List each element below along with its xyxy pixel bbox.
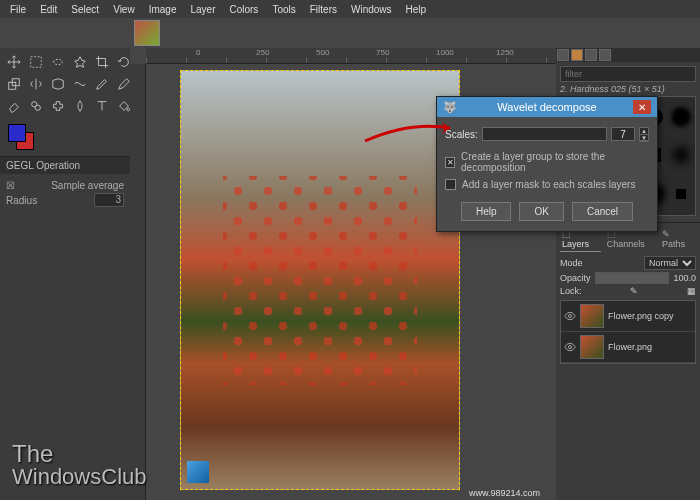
layer-name[interactable]: Flower.png copy — [608, 311, 674, 321]
mode-select[interactable]: Normal — [644, 256, 696, 270]
ruler-mark: 500 — [316, 48, 329, 57]
layer-list: Flower.png copy Flower.png — [560, 300, 696, 364]
layer-group-label: Create a layer group to store the decomp… — [461, 151, 649, 173]
menu-tools[interactable]: Tools — [266, 2, 301, 17]
crop-tool-icon[interactable] — [92, 52, 112, 72]
layer-thumbnail — [580, 335, 604, 359]
dialog-titlebar[interactable]: 🐺 Wavelet decompose ✕ — [437, 97, 657, 117]
free-select-icon[interactable] — [48, 52, 68, 72]
svg-point-6 — [569, 315, 572, 318]
layer-thumbnail — [580, 304, 604, 328]
paintbrush-icon[interactable] — [92, 74, 112, 94]
dock-tab-icon[interactable] — [557, 49, 569, 61]
layer-name[interactable]: Flower.png — [608, 342, 652, 352]
mode-label: Mode — [560, 258, 583, 268]
menu-edit[interactable]: Edit — [34, 2, 63, 17]
ruler-mark: 1250 — [496, 48, 514, 57]
layers-panel: ⬚ Layers ⬚ Channels ✎ Paths Mode Normal … — [556, 222, 700, 500]
tab-paths[interactable]: ✎ Paths — [660, 227, 696, 252]
wavelet-decompose-dialog: 🐺 Wavelet decompose ✕ Scales: 7 ▲▼ ✕ Cre… — [436, 96, 658, 232]
menu-help[interactable]: Help — [400, 2, 433, 17]
sample-avg-checkbox[interactable]: ☒ — [6, 180, 15, 191]
help-button[interactable]: Help — [461, 202, 512, 221]
current-brush-label: 2. Hardness 025 (51 × 51) — [560, 82, 696, 96]
opacity-slider[interactable] — [595, 272, 670, 284]
document-thumbnail[interactable] — [134, 20, 160, 46]
move-tool-icon[interactable] — [4, 52, 24, 72]
layer-group-checkbox[interactable]: ✕ — [445, 157, 455, 168]
cancel-button[interactable]: Cancel — [572, 202, 633, 221]
sample-avg-label: Sample average — [51, 180, 124, 191]
menu-image[interactable]: Image — [143, 2, 183, 17]
close-icon[interactable]: ✕ — [633, 100, 651, 114]
scales-slider[interactable] — [482, 127, 607, 141]
dock-tab-icon[interactable] — [599, 49, 611, 61]
smudge-icon[interactable] — [70, 96, 90, 116]
menu-file[interactable]: File — [4, 2, 32, 17]
dock-tab-icon[interactable] — [571, 49, 583, 61]
opacity-value: 100.0 — [673, 273, 696, 283]
layer-row[interactable]: Flower.png — [561, 332, 695, 363]
opacity-label: Opacity — [560, 273, 591, 283]
visibility-icon[interactable] — [564, 341, 576, 353]
ok-button[interactable]: OK — [519, 202, 563, 221]
dock-tab-icon[interactable] — [585, 49, 597, 61]
svg-point-7 — [569, 346, 572, 349]
brush-preset[interactable] — [669, 99, 693, 135]
watermark: The WindowsClub — [12, 442, 147, 488]
ruler-mark: 0 — [196, 48, 200, 57]
menu-view[interactable]: View — [107, 2, 141, 17]
color-swatch[interactable] — [0, 120, 130, 156]
radius-label: Radius — [6, 195, 37, 206]
eraser-icon[interactable] — [4, 96, 24, 116]
left-dock: GEGL Operation ☒ Sample average Radius3 — [0, 48, 130, 500]
brush-preset[interactable] — [669, 175, 693, 213]
layer-mask-checkbox[interactable] — [445, 179, 456, 190]
scales-value[interactable]: 7 — [611, 127, 635, 141]
scale-tool-icon[interactable] — [4, 74, 24, 94]
layer-row[interactable]: Flower.png copy — [561, 301, 695, 332]
foreground-color[interactable] — [8, 124, 26, 142]
text-tool-icon[interactable] — [92, 96, 112, 116]
lock-alpha-icon[interactable]: ▦ — [687, 286, 696, 296]
cage-tool-icon[interactable] — [48, 74, 68, 94]
warp-tool-icon[interactable] — [70, 74, 90, 94]
radius-value[interactable]: 3 — [94, 193, 124, 207]
windows-tag-icon — [187, 461, 209, 483]
source-url: www.989214.com — [469, 488, 540, 498]
ruler-mark: 750 — [376, 48, 389, 57]
lock-label: Lock: — [560, 286, 582, 296]
gegl-panel-title: GEGL Operation — [0, 156, 130, 174]
canvas[interactable] — [180, 70, 460, 490]
menu-bar: File Edit Select View Image Layer Colors… — [0, 0, 700, 18]
ruler-mark: 1000 — [436, 48, 454, 57]
rect-select-icon[interactable] — [26, 52, 46, 72]
svg-point-4 — [35, 105, 40, 110]
image-content — [181, 71, 459, 489]
gegl-panel: ☒ Sample average Radius3 — [0, 174, 130, 213]
menu-filters[interactable]: Filters — [304, 2, 343, 17]
scales-spinner[interactable]: ▲▼ — [639, 127, 649, 141]
dialog-title: Wavelet decompose — [461, 101, 633, 113]
menu-colors[interactable]: Colors — [223, 2, 264, 17]
heal-icon[interactable] — [48, 96, 68, 116]
flip-tool-icon[interactable] — [26, 74, 46, 94]
layer-mask-label: Add a layer mask to each scales layers — [462, 179, 635, 190]
gimp-icon: 🐺 — [443, 101, 455, 113]
scales-label: Scales: — [445, 129, 478, 140]
clone-icon[interactable] — [26, 96, 46, 116]
brush-filter-input[interactable] — [560, 66, 696, 82]
fuzzy-select-icon[interactable] — [70, 52, 90, 72]
ruler-horizontal: 0 250 500 750 1000 1250 — [146, 48, 556, 64]
svg-rect-0 — [31, 57, 42, 68]
toolbox — [0, 48, 130, 120]
file-tab-strip — [0, 18, 700, 48]
menu-windows[interactable]: Windows — [345, 2, 398, 17]
lock-pixels-icon[interactable]: ✎ — [630, 286, 638, 296]
ruler-vertical — [130, 64, 146, 500]
brush-preset[interactable] — [669, 137, 693, 173]
visibility-icon[interactable] — [564, 310, 576, 322]
dock-tabs — [556, 48, 700, 62]
menu-layer[interactable]: Layer — [184, 2, 221, 17]
menu-select[interactable]: Select — [65, 2, 105, 17]
